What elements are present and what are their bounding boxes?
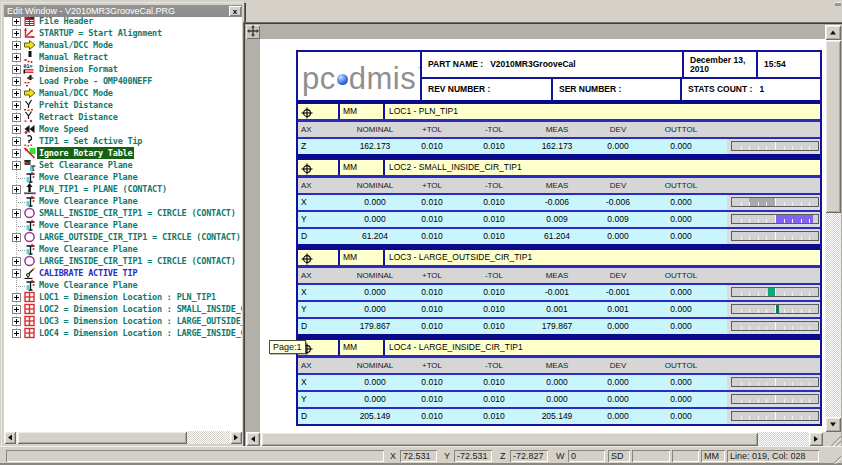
- tree-item[interactable]: LOC1 = Dimension Location : PLN_TIP1: [4, 291, 242, 303]
- expand-plus-icon[interactable]: [12, 293, 21, 302]
- tree-item[interactable]: Move Clearance Plane: [4, 171, 242, 183]
- expand-plus-icon[interactable]: [12, 29, 21, 38]
- tree-item[interactable]: File Header: [4, 17, 242, 27]
- pan-button[interactable]: [246, 25, 260, 39]
- expand-plus-icon[interactable]: [12, 113, 21, 122]
- stats-count-cell: STATS COUNT : 1: [682, 79, 820, 100]
- dimension-icon-cell: [298, 160, 340, 175]
- scroll-left-button[interactable]: [246, 432, 260, 446]
- expand-plus-icon[interactable]: [12, 65, 21, 74]
- expand-plus-icon[interactable]: [12, 257, 21, 266]
- expand-plus-icon[interactable]: [12, 89, 21, 98]
- expand-plus-icon[interactable]: [12, 53, 21, 62]
- tree-item[interactable]: Set Clearance Plane: [4, 159, 242, 171]
- tree-item[interactable]: Load Probe - OMP400NEFF: [4, 75, 242, 87]
- expand-plus-icon[interactable]: [12, 149, 21, 158]
- tree-item-label: Set Clearance Plane: [39, 159, 132, 171]
- set-clearplane-icon: [23, 159, 37, 171]
- tree-item-label: LOC2 = Dimension Location : SMALL_INSIDE…: [39, 303, 242, 315]
- manual-retract-icon: [23, 51, 37, 63]
- expand-plus-icon[interactable]: [12, 41, 21, 50]
- left-arrow-icon: [4, 431, 16, 444]
- expand-plus-icon[interactable]: [12, 17, 21, 26]
- tree-item[interactable]: Move Clearance Plane: [4, 195, 242, 207]
- tree-item[interactable]: LOC2 = Dimension Location : SMALL_INSIDE…: [4, 303, 242, 315]
- scroll-right-button[interactable]: [809, 432, 823, 446]
- scroll-thumb[interactable]: [825, 40, 841, 213]
- expand-plus-icon[interactable]: [12, 101, 21, 110]
- scroll-up-button[interactable]: [825, 25, 841, 40]
- edit-window-titlebar[interactable]: Edit Window - V2010MR3GrooveCal.PRG x: [4, 5, 242, 17]
- tree-item[interactable]: LARGE_INSIDE_CIR_TIP1 = CIRCLE (CONTACT): [4, 255, 242, 267]
- tree-item[interactable]: LOC4 = Dimension Location : LARGE_INSIDE…: [4, 327, 242, 339]
- scroll-left-button[interactable]: [4, 431, 16, 444]
- scroll-thumb[interactable]: [17, 431, 187, 444]
- expand-plus-icon[interactable]: [12, 329, 21, 338]
- tree-item[interactable]: TIP1 = Set Active Tip: [4, 135, 242, 147]
- tree-item[interactable]: Ignore Rotary Table: [4, 147, 242, 159]
- tree-item[interactable]: Manual/DCC Mode: [4, 39, 242, 51]
- part-name-cell: PART NAME : V2010MR3GrooveCal: [422, 52, 684, 77]
- clearplane-icon: [23, 279, 37, 291]
- tree-item[interactable]: SMALL_INSIDE_CIR_TIP1 = CIRCLE (CONTACT): [4, 207, 242, 219]
- tree-item[interactable]: Move Clearance Plane: [4, 279, 242, 291]
- expand-plus-icon[interactable]: [12, 305, 21, 314]
- resize-grip[interactable]: [827, 451, 841, 464]
- plane-icon: [23, 183, 37, 195]
- tree-item[interactable]: 01=Dimension Format: [4, 63, 242, 75]
- report-corner-grip: [823, 432, 841, 446]
- tree-item-label: LARGE_INSIDE_CIR_TIP1 = CIRCLE (CONTACT): [39, 255, 236, 267]
- right-arrow-icon: [809, 432, 823, 446]
- tree-item-label: Move Clearance Plane: [39, 219, 137, 231]
- deviation-bargraph: [731, 214, 819, 224]
- report-hscrollbar[interactable]: [246, 432, 823, 446]
- edit-window-hscrollbar[interactable]: [4, 431, 242, 444]
- deviation-fill: [775, 215, 813, 223]
- date-cell: December 13, 2010: [684, 52, 758, 77]
- units-cell: MM: [340, 340, 385, 355]
- tree-item[interactable]: LARGE_OUTSIDE_CIR_TIP1 = CIRCLE (CONTACT…: [4, 231, 242, 243]
- report-table: pcdmis· PART NAME : V2010MR3GrooveCal De…: [296, 50, 822, 426]
- deviation-bargraph: [731, 321, 819, 331]
- z-value-panel: -72.827: [510, 450, 548, 462]
- tree-item[interactable]: Manual Retract: [4, 51, 242, 63]
- tree-item[interactable]: Retract Distance: [4, 111, 242, 123]
- units-cell: MM: [340, 250, 385, 265]
- scroll-down-button[interactable]: [825, 417, 841, 432]
- expand-plus-icon[interactable]: [12, 125, 21, 134]
- deviation-bargraph: [731, 304, 819, 314]
- tree-item-label: STARTUP = Start Alignment: [39, 27, 162, 39]
- dimension-title: LOC1 - PLN_TIP1: [385, 104, 820, 119]
- deviation-bargraph: [731, 411, 819, 421]
- measurement-row: X0.0000.0100.010-0.006-0.0060.000: [298, 195, 820, 212]
- tree-item[interactable]: Move Clearance Plane: [4, 243, 242, 255]
- close-button[interactable]: x: [229, 6, 241, 16]
- expand-plus-icon[interactable]: [12, 317, 21, 326]
- report-page: pcdmis· PART NAME : V2010MR3GrooveCal De…: [260, 39, 825, 432]
- expand-plus-icon[interactable]: [12, 77, 21, 86]
- page-indicator: Page:1: [269, 340, 306, 354]
- tree-item-label: TIP1 = Set Active Tip: [39, 135, 142, 147]
- scroll-right-button[interactable]: [230, 431, 242, 444]
- prehit-icon: [23, 99, 37, 111]
- report-pane: pcdmis· PART NAME : V2010MR3GrooveCal De…: [243, 22, 842, 448]
- w-value-panel: 0: [568, 450, 605, 462]
- report-vscrollbar[interactable]: [825, 25, 841, 432]
- left-arrow-icon: [246, 432, 260, 446]
- tree-item[interactable]: Prehit Distance: [4, 99, 242, 111]
- tree-item[interactable]: CALIBRATE ACTIVE TIP: [4, 267, 242, 279]
- tree-item[interactable]: Move Speed: [4, 123, 242, 135]
- status-message-panel: [6, 450, 384, 462]
- tree-item-label: Dimension Format: [39, 63, 118, 75]
- pcdmis-logo: pcdmis·: [302, 52, 421, 96]
- tree-item[interactable]: Move Clearance Plane: [4, 219, 242, 231]
- tree-item-label: Manual/DCC Mode: [39, 87, 113, 99]
- logo-ball-icon: [337, 74, 348, 85]
- tree-item[interactable]: PLN_TIP1 = PLANE (CONTACT): [4, 183, 242, 195]
- scroll-thumb[interactable]: [261, 432, 758, 446]
- tree-item[interactable]: LOC3 = Dimension Location : LARGE_OUTSID…: [4, 315, 242, 327]
- pcdmis-application: Edit Window - V2010MR3GrooveCal.PRG x Fi…: [0, 0, 842, 465]
- tree-item[interactable]: STARTUP = Start Alignment: [4, 27, 242, 39]
- expand-plus-icon[interactable]: [12, 137, 21, 146]
- tree-item[interactable]: Manual/DCC Mode: [4, 87, 242, 99]
